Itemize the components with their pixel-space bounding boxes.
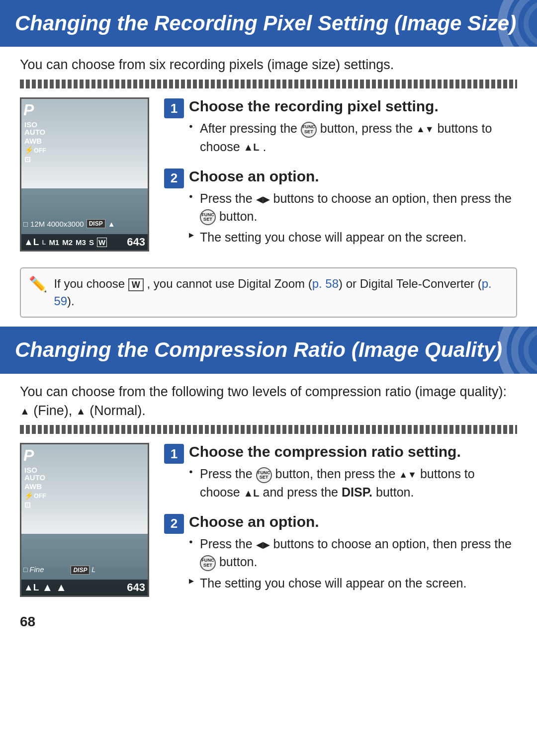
func-btn-2: FUNCSET bbox=[200, 209, 216, 225]
section2-steps-content: 1 Choose the compression ratio setting. … bbox=[164, 443, 517, 604]
note-icon-1: ✏️ bbox=[29, 275, 47, 293]
lcd1-flash: ⚡OFF bbox=[24, 146, 46, 154]
lcd2-bottom-bar: ▲L ▲ ▲ 643 bbox=[21, 580, 148, 595]
lcd1-p-badge: P bbox=[23, 101, 34, 119]
lcd1-w: W bbox=[97, 238, 107, 247]
section2-step2: 2 Choose an option. Press the ◀▶ buttons… bbox=[164, 513, 517, 595]
note-text-1: If you choose W , you cannot use Digital… bbox=[54, 275, 508, 310]
lcd2-icon-al: ▲L bbox=[24, 582, 39, 593]
lcd1-bottom-row: ▲L L M1 M2 M3 S W 643 bbox=[24, 236, 145, 249]
step2-bullet1: Press the ◀▶ buttons to choose an option… bbox=[189, 189, 517, 226]
lcd1-count: 643 bbox=[127, 236, 145, 249]
section2-intro-normal: (Normal). bbox=[90, 403, 146, 418]
lcd2-disp-badge: DISP bbox=[71, 566, 90, 574]
lcd1-s: S bbox=[89, 238, 94, 247]
step2-content: Choose an option. Press the ◀▶ buttons t… bbox=[189, 168, 517, 250]
arrow-lr-1: ◀▶ bbox=[256, 194, 270, 204]
lcd1-m2: M2 bbox=[62, 238, 73, 247]
note-w-icon: W bbox=[128, 278, 144, 291]
section1-step1: 1 Choose the recording pixel setting. Af… bbox=[164, 97, 517, 159]
section1-steps-content: 1 Choose the recording pixel setting. Af… bbox=[164, 97, 517, 258]
lcd1-disp: DISP bbox=[87, 219, 105, 228]
page-number: 68 bbox=[0, 609, 537, 635]
lcd1-awb: AWB bbox=[24, 137, 46, 145]
divider2 bbox=[20, 425, 517, 434]
lcd2-p-badge: P bbox=[23, 446, 34, 465]
func-btn-1: FUNCSET bbox=[301, 122, 317, 138]
lcd1-bracket: ⊡ bbox=[24, 156, 46, 163]
svg-point-5 bbox=[526, 330, 537, 371]
step2-bullets: Press the ◀▶ buttons to choose an option… bbox=[189, 189, 517, 247]
lcd2-icons: ISOAUTO AWB ⚡OFF ⊡ bbox=[24, 466, 46, 508]
lcd1-m3: M3 bbox=[76, 238, 86, 247]
s2-step1-content: Choose the compression ratio setting. Pr… bbox=[189, 443, 517, 504]
lcd1-icon-L: ▲ bbox=[108, 220, 115, 228]
lcd2-disp: DISP bbox=[71, 566, 90, 575]
section1-header: Changing the Recording Pixel Setting (Im… bbox=[0, 0, 537, 47]
section2-header: Changing the Compression Ratio (Image Qu… bbox=[0, 327, 537, 373]
lcd1-spacer: L bbox=[42, 239, 46, 246]
lcd1-bottom-bar: ▲L L M1 M2 M3 S W 643 bbox=[21, 234, 148, 250]
section2-intro-pre: You can choose from the following two le… bbox=[20, 384, 507, 399]
arrow-updown-2: ▲▼ bbox=[399, 470, 417, 480]
section2-title: Changing the Compression Ratio (Image Qu… bbox=[15, 337, 522, 362]
lcd2-bottom-row: ▲L ▲ ▲ 643 bbox=[24, 581, 145, 594]
icon-AL-2: ▲L bbox=[244, 486, 260, 501]
arrow-lr-2: ◀▶ bbox=[256, 540, 270, 550]
lcd2-awb: AWB bbox=[24, 483, 46, 490]
lcd2-bracket: ⊡ bbox=[24, 501, 46, 508]
note-link-1[interactable]: p. 58 bbox=[312, 277, 339, 290]
lcd2-fine-icon: ▲ bbox=[42, 581, 53, 594]
s2-step1-bullet1: Press the FUNCSET button, then press the… bbox=[189, 465, 517, 501]
step1-content: Choose the recording pixel setting. Afte… bbox=[189, 97, 517, 159]
lcd1-icons: ISOAUTO AWB ⚡OFF ⊡ bbox=[24, 121, 46, 163]
camera-lcd-1: P ISOAUTO AWB ⚡OFF ⊡ □ 12M 4000x3000 DIS… bbox=[20, 97, 149, 252]
camera-lcd-2: P ISOAUTO AWB ⚡OFF ⊡ □ Fine DISP L ▲L ▲ … bbox=[20, 443, 149, 597]
arrow-updown-1: ▲▼ bbox=[416, 125, 434, 135]
lcd2-count: 643 bbox=[127, 581, 145, 594]
lcd2-checkbox: □ bbox=[23, 566, 27, 574]
section1-title: Changing the Recording Pixel Setting (Im… bbox=[15, 11, 522, 36]
func-btn-4: FUNCSET bbox=[200, 555, 216, 571]
lcd2-icon-l: L bbox=[91, 566, 95, 574]
func-btn-3: FUNCSET bbox=[256, 467, 272, 483]
lcd1-icon-l2: ▲L bbox=[24, 237, 39, 248]
section2-intro-fine: (Fine), bbox=[33, 403, 72, 418]
section2-steps-layout: P ISOAUTO AWB ⚡OFF ⊡ □ Fine DISP L ▲L ▲ … bbox=[20, 443, 517, 604]
svg-point-2 bbox=[526, 2, 537, 44]
lcd2-flash: ⚡OFF bbox=[24, 492, 46, 500]
lcd1-m1: M1 bbox=[49, 238, 59, 247]
step2-title: Choose an option. bbox=[189, 168, 517, 185]
lcd1-resolution: □ 12M 4000x3000 DISP ▲ bbox=[23, 219, 115, 228]
icon-AL-1: ▲L bbox=[244, 140, 260, 155]
step1-bullets: After pressing the FUNCSET button, press… bbox=[189, 119, 517, 156]
s2-step1-title: Choose the compression ratio setting. bbox=[189, 443, 517, 461]
step1-bullet1: After pressing the FUNCSET button, press… bbox=[189, 119, 517, 156]
lcd2-fine-label: □ Fine DISP L bbox=[23, 565, 95, 574]
s2-step2-number: 2 bbox=[164, 514, 184, 534]
s2-step2-content: Choose an option. Press the ◀▶ buttons t… bbox=[189, 513, 517, 595]
section2-intro: You can choose from the following two le… bbox=[20, 383, 517, 420]
lcd2-fine-text: Fine bbox=[29, 565, 44, 574]
section2-step1: 1 Choose the compression ratio setting. … bbox=[164, 443, 517, 504]
s2-step2-bullets: Press the ◀▶ buttons to choose an option… bbox=[189, 535, 517, 592]
note-link-2[interactable]: p. 59 bbox=[54, 277, 491, 308]
lcd1-iso: ISOAUTO bbox=[24, 121, 46, 136]
s2-step2-bullet1: Press the ◀▶ buttons to choose an option… bbox=[189, 535, 517, 571]
step1-number: 1 bbox=[164, 98, 184, 118]
s2-step2-bullet2: The setting you chose will appear on the… bbox=[189, 574, 517, 592]
lcd2-iso: ISOAUTO bbox=[24, 466, 46, 481]
step1-title: Choose the recording pixel setting. bbox=[189, 97, 517, 115]
section1-intro: You can choose from six recording pixels… bbox=[20, 56, 517, 75]
divider1 bbox=[20, 80, 517, 88]
section1-steps-layout: P ISOAUTO AWB ⚡OFF ⊡ □ 12M 4000x3000 DIS… bbox=[20, 97, 517, 258]
icon-fine: ▲ bbox=[20, 404, 30, 418]
icon-normal: ▲ bbox=[76, 404, 86, 418]
lcd1-res-text: 12M 4000x3000 bbox=[30, 220, 84, 228]
s2-step1-number: 1 bbox=[164, 444, 184, 464]
lcd2-normal-icon: ▲ bbox=[56, 581, 67, 594]
s2-step2-title: Choose an option. bbox=[189, 513, 517, 531]
note-box-1: ✏️ If you choose W , you cannot use Digi… bbox=[20, 267, 517, 318]
step2-bullet2: The setting you chose will appear on the… bbox=[189, 228, 517, 246]
s2-step1-bullets: Press the FUNCSET button, then press the… bbox=[189, 465, 517, 501]
